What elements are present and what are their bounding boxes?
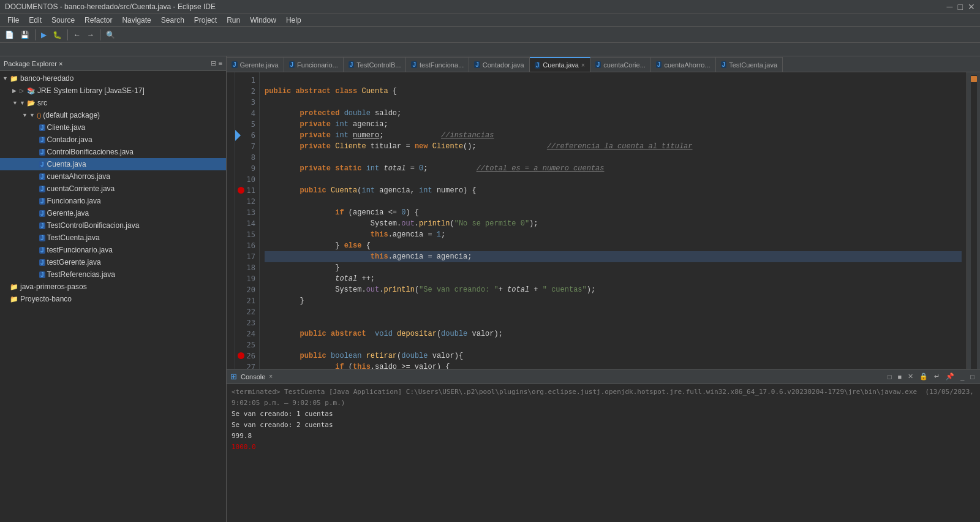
line-number-7: 7 <box>235 141 259 152</box>
pe-menu[interactable]: ≡ <box>219 59 222 67</box>
tree-item-default-pkg[interactable]: ▼▼()(default package) <box>0 109 226 121</box>
menu-item-edit[interactable]: Edit <box>24 15 47 26</box>
tree-item-contador[interactable]: JContador.java <box>0 134 226 146</box>
code-line-8 <box>265 152 962 163</box>
editor-tab-5[interactable]: JCuenta.java× <box>530 57 590 72</box>
code-content[interactable]: public abstract class Cuenta { protected… <box>260 72 967 369</box>
tree-item-testcuenta[interactable]: JTestCuenta.java <box>0 232 226 244</box>
tree-item-cuentacorriente[interactable]: JcuentaCorriente.java <box>0 183 226 195</box>
menu-item-project[interactable]: Project <box>189 15 222 26</box>
tree-item-banco-heredado[interactable]: ▼📁banco-heredado <box>0 72 226 85</box>
forward-button[interactable]: → <box>85 29 97 40</box>
toolbar-separator-2 <box>67 29 68 40</box>
console-terminate-btn[interactable]: ■ <box>896 373 904 380</box>
line-number-18: 18 <box>235 262 259 273</box>
title-bar: DOCUMENTOS - banco-heredado/src/Cuenta.j… <box>0 0 980 13</box>
breakpoint-marker <box>238 187 244 194</box>
pe-controls: ⊟ ≡ <box>211 59 222 67</box>
tab-label: cuentaAhorro... <box>664 61 710 69</box>
main-layout: Package Explorer × ⊟ ≡ ▼📁banco-heredado▶… <box>0 56 980 522</box>
tree-label: cuentaCorriente.java <box>47 184 115 193</box>
line-number-25: 25 <box>235 339 259 350</box>
console-remove-btn[interactable]: ✕ <box>906 373 915 380</box>
tree-item-testgerente[interactable]: JtestGerente.java <box>0 256 226 268</box>
tab-label: Funcionario... <box>297 61 338 69</box>
tab-icon: J <box>289 61 295 68</box>
tab-icon: J <box>474 61 480 68</box>
console-scrolllock-btn[interactable]: 🔒 <box>918 373 930 380</box>
menu-item-navigate[interactable]: Navigate <box>117 15 156 26</box>
console-icon: ⊞ <box>230 372 237 381</box>
run-button[interactable]: ▶ <box>39 29 49 40</box>
tree-label: JRE System Library [JavaSE-17] <box>37 86 145 95</box>
tree-item-cuenta[interactable]: JCuenta.java <box>0 158 226 170</box>
tree-item-jre[interactable]: ▶▷📚JRE System Library [JavaSE-17] <box>0 85 226 97</box>
tree-item-cliente[interactable]: JCliente.java <box>0 121 226 134</box>
new-button[interactable]: 📄 <box>2 29 17 40</box>
editor-tab-8[interactable]: JTestCuenta.java <box>716 57 783 72</box>
tree-item-src[interactable]: ▼▼📂src <box>0 97 226 109</box>
tree-item-controlbonificaciones[interactable]: JControlBonificaciones.java <box>0 146 226 158</box>
scrollbar-marker-1 <box>971 76 977 82</box>
close-button[interactable]: ✕ <box>968 2 975 12</box>
editor-tab-3[interactable]: JtestFunciona... <box>406 57 469 72</box>
java-file-icon: J <box>39 222 45 229</box>
pe-collapse[interactable]: ⊟ <box>211 59 216 67</box>
tree-label: testFuncionario.java <box>47 246 113 254</box>
tree-item-testfuncionario[interactable]: JtestFuncionario.java <box>0 244 226 256</box>
maximize-button[interactable]: □ <box>958 2 963 12</box>
tab-close-btn[interactable]: × <box>581 62 585 69</box>
tree-item-testreferencias[interactable]: JTestReferencias.java <box>0 268 226 281</box>
code-line-11: public Cuenta(int agencia, int numero) { <box>265 185 962 196</box>
tree-item-java-primeros-pasos[interactable]: 📁java-primeros-pasos <box>0 281 226 293</box>
breakpoint-marker <box>238 352 244 359</box>
menu-item-search[interactable]: Search <box>156 15 189 26</box>
editor-tab-1[interactable]: JFuncionario... <box>284 57 344 72</box>
back-button[interactable]: ← <box>71 29 83 40</box>
line-number-22: 22 <box>235 306 259 317</box>
tree-label: Gerente.java <box>47 209 89 218</box>
menu-item-run[interactable]: Run <box>222 15 245 26</box>
tab-icon: J <box>349 61 355 68</box>
save-button[interactable]: 💾 <box>18 29 32 40</box>
line-numbers: 1234567891011121314151617181920212223242… <box>235 72 260 369</box>
console-wordwrap-btn[interactable]: ↵ <box>932 373 941 380</box>
editor-tab-2[interactable]: JTestControlB... <box>344 57 407 72</box>
editor-tab-7[interactable]: JcuentaAhorro... <box>651 57 716 72</box>
menu-item-window[interactable]: Window <box>245 15 281 26</box>
tree-item-proyecto-banco[interactable]: 📁Proyecto-banco <box>0 293 226 305</box>
code-line-12 <box>265 196 962 207</box>
tree-item-funcionario[interactable]: JFuncionario.java <box>0 195 226 207</box>
line-number-27: 27 <box>235 361 259 369</box>
line-number-13: 13 <box>235 207 259 218</box>
code-editor[interactable]: 1234567891011121314151617181920212223242… <box>227 72 980 369</box>
console-minimize-btn[interactable]: _ <box>959 373 966 380</box>
search-toolbar-button[interactable]: 🔍 <box>104 29 118 40</box>
java-file-icon: J <box>39 271 45 278</box>
menu-item-file[interactable]: File <box>2 15 24 26</box>
editor-tab-4[interactable]: JContador.java <box>469 57 529 72</box>
line-number-4: 4 <box>235 108 259 119</box>
console-pin-btn[interactable]: 📌 <box>944 373 956 380</box>
editor-tab-0[interactable]: JGerente.java <box>227 57 284 72</box>
line-number-6: 6 <box>235 130 259 141</box>
minimize-button[interactable]: ─ <box>947 2 953 12</box>
line-number-21: 21 <box>235 295 259 306</box>
tree-item-cuentaahorros[interactable]: JcuentaAhorros.java <box>0 170 226 183</box>
line-number-15: 15 <box>235 229 259 240</box>
code-line-10 <box>265 174 962 185</box>
console-maximize-btn[interactable]: □ <box>968 373 976 380</box>
menu-item-refactor[interactable]: Refactor <box>80 15 117 26</box>
tree-label: Cuenta.java <box>47 160 86 168</box>
toolbar-separator-1 <box>35 29 36 40</box>
console-clear-btn[interactable]: □ <box>886 373 894 380</box>
tree-item-testcontrolbonificacion[interactable]: JTestControlBonificacion.java <box>0 219 226 232</box>
java-file-icon: J <box>39 247 45 254</box>
console-content[interactable]: <terminated> TestCuenta [Java Applicatio… <box>227 384 980 522</box>
menu-item-help[interactable]: Help <box>281 15 306 26</box>
editor-tab-6[interactable]: JcuentaCorie... <box>590 57 651 72</box>
menu-item-source[interactable]: Source <box>47 15 80 26</box>
tree-item-gerente[interactable]: JGerente.java <box>0 207 226 219</box>
console-close[interactable]: × <box>269 373 273 380</box>
debug-button[interactable]: 🐛 <box>50 29 64 40</box>
